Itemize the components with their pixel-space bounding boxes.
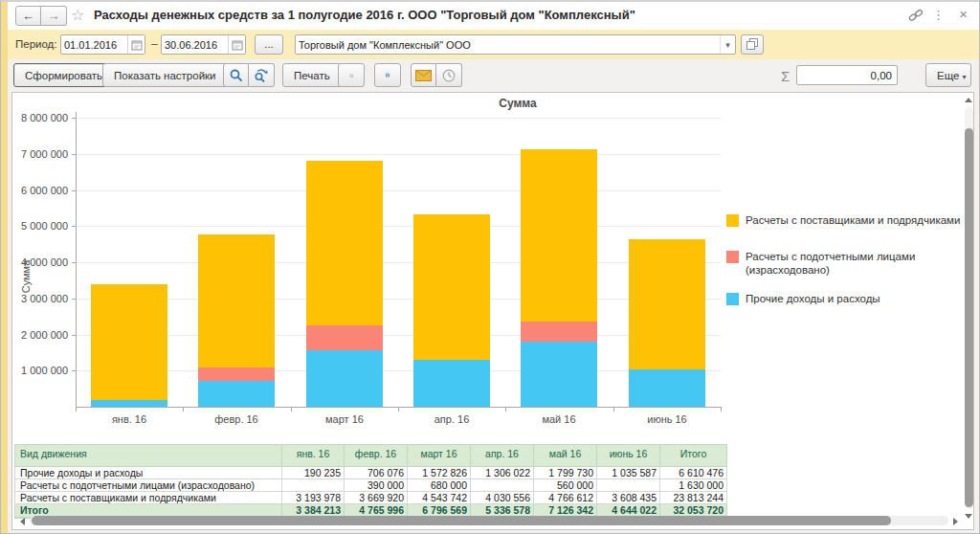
calendar-icon[interactable]	[228, 35, 245, 54]
column-header[interactable]: июнь 16	[597, 445, 660, 467]
clock-icon[interactable]	[436, 63, 462, 87]
bar-segment[interactable]	[629, 369, 705, 407]
y-axis-tick-label: 3 000 000	[9, 293, 68, 304]
y-axis-line	[76, 112, 77, 407]
value-cell[interactable]: 3 193 978	[282, 492, 345, 504]
search-icon[interactable]	[223, 63, 249, 87]
value-cell[interactable]: 3 608 435	[597, 492, 660, 504]
scroll-left-icon[interactable]	[20, 518, 25, 525]
get-link-icon[interactable]	[908, 8, 924, 27]
bar-segment[interactable]	[413, 214, 490, 360]
chevron-down-icon[interactable]: ▾	[720, 35, 735, 54]
column-header[interactable]: Итого	[660, 445, 727, 467]
horizontal-scrollbar[interactable]	[18, 515, 960, 526]
x-tickmark	[613, 408, 614, 412]
print-preview-icon[interactable]	[338, 63, 365, 87]
scroll-down-icon[interactable]	[965, 514, 972, 519]
value-cell[interactable]	[597, 479, 660, 492]
bar-segment[interactable]	[91, 400, 167, 407]
open-organization-button[interactable]	[741, 34, 764, 55]
generate-button[interactable]: Сформировать	[13, 63, 114, 87]
gridline	[76, 335, 721, 336]
value-cell[interactable]: 23 813 244	[660, 492, 727, 504]
find-next-icon[interactable]	[249, 63, 275, 87]
x-axis-tick-label: март 16	[291, 413, 398, 425]
h-scroll-thumb[interactable]	[32, 516, 891, 525]
page-title: Расходы денежных средств за 1 полугодие …	[94, 8, 635, 22]
value-cell[interactable]: 1 572 826	[408, 467, 471, 479]
bar-segment[interactable]	[521, 322, 597, 342]
close-icon[interactable]: ×	[959, 6, 968, 22]
save-icon[interactable]	[374, 63, 401, 87]
period-options-button[interactable]: ...	[255, 34, 283, 55]
value-cell[interactable]: 4 543 742	[408, 492, 471, 504]
scroll-right-icon[interactable]	[953, 518, 958, 525]
bar-segment[interactable]	[198, 381, 275, 407]
value-cell[interactable]: 706 076	[345, 467, 408, 479]
x-tickmark	[721, 408, 722, 412]
x-tickmark	[398, 408, 399, 412]
back-button[interactable]: ←	[15, 6, 41, 26]
calendar-icon[interactable]	[127, 35, 145, 54]
value-cell[interactable]: 680 000	[408, 479, 471, 492]
more-button[interactable]: Еще▾	[925, 63, 971, 87]
value-cell[interactable]: 390 000	[345, 479, 408, 492]
mail-icon[interactable]	[411, 63, 436, 87]
bar-segment[interactable]	[521, 342, 597, 407]
row-label-cell[interactable]: Прочие доходы и расходы	[15, 467, 282, 479]
value-cell[interactable]	[282, 479, 345, 492]
forward-button[interactable]: →	[41, 6, 67, 26]
report-window: ← → ☆ Расходы денежных средств за 1 полу…	[0, 0, 980, 534]
value-cell[interactable]: 1 630 000	[660, 479, 727, 492]
left-accent-strip	[1, 2, 8, 533]
x-tickmark	[183, 408, 184, 412]
bar-segment[interactable]	[306, 161, 383, 325]
date-to-input[interactable]	[162, 35, 228, 54]
x-tickmark	[76, 408, 77, 412]
value-cell[interactable]: 4 030 556	[471, 492, 534, 504]
bar-segment[interactable]	[198, 367, 275, 381]
column-header[interactable]: май 16	[534, 445, 597, 467]
print-button[interactable]: Печать	[282, 63, 342, 87]
bar-segment[interactable]	[413, 360, 490, 407]
bar-segment[interactable]	[198, 234, 275, 367]
column-header[interactable]: март 16	[408, 445, 471, 467]
search-group	[223, 63, 275, 87]
bar-segment[interactable]	[91, 284, 167, 400]
column-header[interactable]: янв. 16	[282, 445, 345, 467]
show-settings-button[interactable]: Показать настройки	[102, 63, 228, 87]
favorite-star-icon[interactable]: ☆	[71, 6, 84, 24]
value-cell[interactable]: 1 035 587	[597, 467, 660, 479]
bar-segment[interactable]	[521, 149, 597, 322]
legend-label: Прочие доходы и расходы	[746, 292, 880, 305]
more-menu-icon[interactable]: ⋮	[932, 8, 945, 22]
x-axis-tick-label: февр. 16	[183, 413, 290, 425]
x-tickmark	[291, 408, 292, 412]
value-cell[interactable]: 3 669 920	[345, 492, 408, 504]
value-cell[interactable]: 1 799 730	[534, 467, 597, 479]
row-label-cell[interactable]: Расчеты с подотчетными лицами (израсходо…	[15, 479, 282, 492]
sum-input[interactable]	[797, 67, 897, 85]
value-cell[interactable]: 560 000	[534, 479, 597, 492]
value-cell[interactable]	[471, 479, 534, 492]
date-to-field	[161, 34, 246, 55]
bar-segment[interactable]	[629, 239, 705, 369]
value-cell[interactable]: 190 235	[282, 467, 345, 479]
y-axis-tick-label: 7 000 000	[9, 148, 68, 160]
column-header[interactable]: апр. 16	[471, 445, 534, 467]
table-row: Прочие доходы и расходы190 235706 0761 5…	[15, 467, 727, 479]
column-header[interactable]: февр. 16	[345, 445, 408, 467]
scroll-up-icon[interactable]	[965, 98, 972, 102]
value-cell[interactable]: 4 766 612	[534, 492, 597, 504]
v-scroll-thumb[interactable]	[965, 128, 973, 507]
date-from-input[interactable]	[61, 35, 127, 54]
row-label-cell[interactable]: Расчеты с поставщиками и подрядчиками	[15, 492, 282, 504]
gridline	[76, 154, 721, 155]
bar-segment[interactable]	[306, 350, 383, 407]
vertical-scrollbar[interactable]	[963, 96, 974, 521]
value-cell[interactable]: 6 610 476	[660, 467, 727, 479]
organization-input[interactable]	[296, 35, 720, 54]
column-header[interactable]: Вид движения	[15, 445, 282, 467]
value-cell[interactable]: 1 306 022	[471, 467, 534, 479]
bar-segment[interactable]	[306, 325, 383, 350]
